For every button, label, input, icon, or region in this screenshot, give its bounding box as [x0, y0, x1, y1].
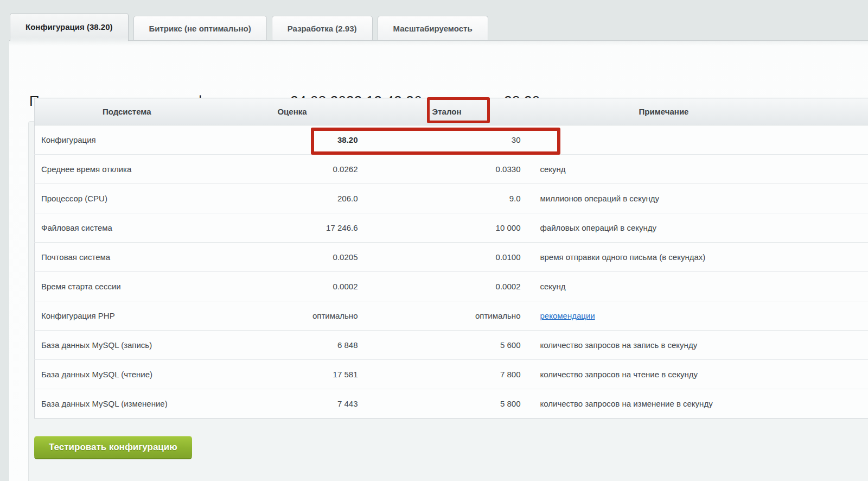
annotation-rect-etalon-header — [427, 97, 490, 123]
column-header-subsystem: Подсистема — [35, 98, 219, 125]
note-cell: миллионов операций в секунду — [528, 184, 800, 213]
tab-label: Масштабируемость — [393, 24, 473, 33]
table-row: Среднее время отклика0.02620.0330секунд — [35, 155, 868, 184]
table-row: Почтовая система0.02050.0100время отправ… — [35, 243, 868, 272]
score-cell: 206.0 — [219, 184, 366, 213]
annotation-rect-configuration-values — [311, 128, 560, 155]
tab-4[interactable]: Масштабируемость — [378, 16, 488, 40]
table-row: База данных MySQL (запись)6 8485 600коли… — [35, 331, 868, 360]
score-cell: 0.0262 — [219, 155, 366, 184]
standard-cell: 0.0100 — [366, 243, 528, 272]
table-body: Конфигурация38.2030Среднее время отклика… — [35, 125, 868, 419]
tab-label: Конфигурация (38.20) — [25, 22, 113, 31]
score-cell: 17 581 — [219, 360, 366, 389]
recommendations-link[interactable]: рекомендации — [540, 311, 595, 320]
note-cell: файловых операций в секунду — [528, 213, 800, 243]
standard-cell: 5 600 — [366, 331, 528, 360]
note-cell: время отправки одного письма (в секундах… — [528, 243, 800, 272]
filler-cell — [800, 272, 868, 301]
standard-cell: 7 800 — [366, 360, 528, 389]
subsystem-cell: Среднее время отклика — [35, 155, 219, 184]
note-cell: рекомендации — [528, 301, 800, 331]
tab-label: Битрикс (не оптимально) — [149, 24, 251, 33]
score-cell: 0.0205 — [219, 243, 366, 272]
subsystem-cell: Время старта сессии — [35, 272, 219, 301]
table-row: Время старта сессии0.00020.0002секунд — [35, 272, 868, 301]
tab-label: Разработка (2.93) — [288, 24, 357, 33]
note-cell: количество запросов на чтение в секунду — [528, 360, 800, 389]
filler-cell — [800, 389, 868, 419]
column-header-filler — [800, 98, 868, 125]
note-cell — [528, 125, 800, 155]
standard-cell: оптимально — [366, 301, 528, 331]
filler-cell — [800, 155, 868, 184]
table-row: Процессор (CPU)206.09.0миллионов операци… — [35, 184, 868, 213]
filler-cell — [800, 360, 868, 389]
standard-cell: 0.0330 — [366, 155, 528, 184]
tab-bar: Конфигурация (38.20)Битрикс (не оптималь… — [10, 12, 488, 40]
score-cell: 7 443 — [219, 389, 366, 419]
subsystem-cell: Процессор (CPU) — [35, 184, 219, 213]
score-cell: 0.0002 — [219, 272, 366, 301]
table-row: База данных MySQL (чтение)17 5817 800кол… — [35, 360, 868, 389]
standard-cell: 0.0002 — [366, 272, 528, 301]
subsystem-cell: Почтовая система — [35, 243, 219, 272]
score-cell: 17 246.6 — [219, 213, 366, 243]
subsystem-cell: Конфигурация PHP — [35, 301, 219, 331]
subsystem-cell: База данных MySQL (запись) — [35, 331, 219, 360]
score-cell: оптимально — [219, 301, 366, 331]
test-configuration-button[interactable]: Тестировать конфигурацию — [34, 436, 192, 458]
note-cell: количество запросов на изменение в секун… — [528, 389, 800, 419]
tab-3[interactable]: Разработка (2.93) — [272, 16, 373, 40]
subsystem-cell: Конфигурация — [35, 125, 219, 155]
subsystem-cell: База данных MySQL (чтение) — [35, 360, 219, 389]
filler-cell — [800, 213, 868, 243]
filler-cell — [800, 331, 868, 360]
performance-monitor-page: Конфигурация (38.20)Битрикс (не оптималь… — [0, 0, 868, 481]
filler-cell — [800, 125, 868, 155]
column-header-score: Оценка — [219, 98, 366, 125]
table-row: Файловая система17 246.610 000файловых о… — [35, 213, 868, 243]
column-header-note: Примечание — [528, 98, 800, 125]
filler-cell — [800, 243, 868, 272]
tab-1[interactable]: Конфигурация (38.20) — [10, 13, 129, 41]
standard-cell: 5 800 — [366, 389, 528, 419]
filler-cell — [800, 184, 868, 213]
filler-cell — [800, 301, 868, 331]
note-cell: количество запросов на запись в секунду — [528, 331, 800, 360]
standard-cell: 9.0 — [366, 184, 528, 213]
table-row: База данных MySQL (изменение)7 4435 800к… — [35, 389, 868, 419]
tab-2[interactable]: Битрикс (не оптимально) — [133, 16, 267, 40]
subsystem-cell: Файловая система — [35, 213, 219, 243]
standard-cell: 10 000 — [366, 213, 528, 243]
note-cell: секунд — [528, 272, 800, 301]
subsystem-cell: База данных MySQL (изменение) — [35, 389, 219, 419]
table-row: Конфигурация PHPоптимальнооптимальнореко… — [35, 301, 868, 331]
note-cell: секунд — [528, 155, 800, 184]
score-cell: 6 848 — [219, 331, 366, 360]
